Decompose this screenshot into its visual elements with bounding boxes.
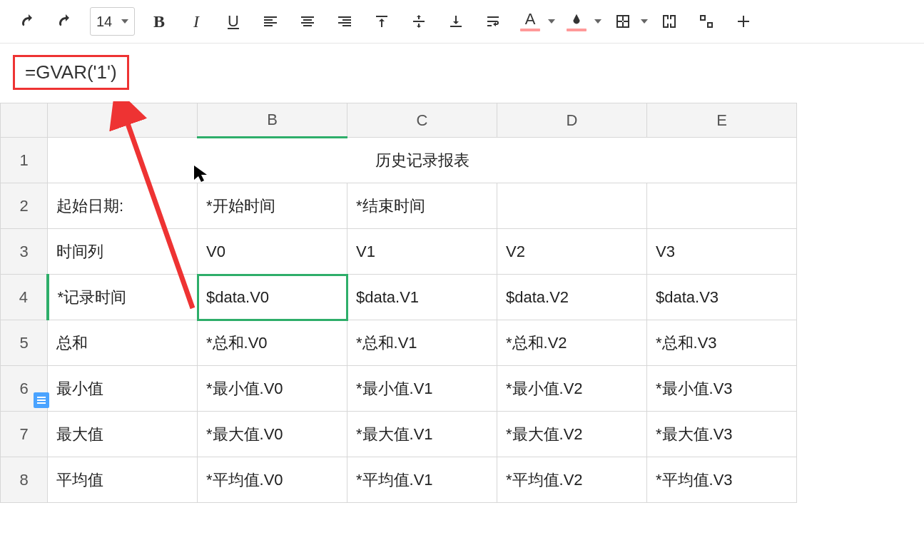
font-color-swatch bbox=[520, 29, 540, 31]
font-color-icon: A bbox=[525, 11, 536, 27]
row-head-5[interactable]: 5 bbox=[1, 320, 48, 366]
table-row: 3 时间列 V0 V1 V2 V3 bbox=[1, 229, 797, 275]
fill-color-icon bbox=[569, 11, 584, 27]
merge-cells-icon bbox=[661, 13, 678, 30]
toolbar: 14 B I U A bbox=[0, 0, 924, 44]
cell-B8[interactable]: *平均值.V0 bbox=[198, 457, 347, 503]
redo-button[interactable] bbox=[50, 6, 81, 37]
col-head-B[interactable]: B bbox=[198, 103, 347, 138]
cell-E3[interactable]: V3 bbox=[647, 229, 797, 275]
valign-middle-button[interactable] bbox=[403, 6, 435, 37]
cell-A3[interactable]: 时间列 bbox=[48, 229, 198, 275]
chevron-down-icon[interactable] bbox=[548, 19, 555, 24]
unmerge-cells-icon bbox=[698, 13, 715, 30]
row-head-1[interactable]: 1 bbox=[1, 138, 48, 183]
cell-B5[interactable]: *总和.V0 bbox=[198, 320, 347, 366]
row-head-4[interactable]: 4 bbox=[1, 275, 48, 320]
valign-top-button[interactable] bbox=[366, 6, 397, 37]
row-head-7[interactable]: 7 bbox=[1, 412, 48, 457]
align-left-button[interactable] bbox=[255, 6, 286, 37]
chevron-down-icon[interactable] bbox=[641, 19, 648, 24]
cell-A5[interactable]: 总和 bbox=[48, 320, 198, 366]
cell-D5[interactable]: *总和.V2 bbox=[497, 320, 647, 366]
plus-icon bbox=[735, 13, 752, 30]
col-head-E[interactable]: E bbox=[647, 103, 797, 138]
cell-B3[interactable]: V0 bbox=[198, 229, 347, 275]
align-center-icon bbox=[299, 13, 316, 30]
font-size-value: 14 bbox=[96, 14, 119, 30]
redo-icon bbox=[57, 13, 74, 30]
row-head-2[interactable]: 2 bbox=[1, 183, 48, 229]
valign-middle-icon bbox=[410, 13, 427, 30]
cell-C6[interactable]: *最小值.V1 bbox=[347, 366, 497, 412]
valign-top-icon bbox=[373, 13, 390, 30]
row-head-3[interactable]: 3 bbox=[1, 229, 48, 275]
bold-button[interactable]: B bbox=[143, 6, 175, 37]
cell-A7[interactable]: 最大值 bbox=[48, 412, 198, 457]
title-cell[interactable]: 历史记录报表 bbox=[48, 138, 797, 183]
cell-B6[interactable]: *最小值.V0 bbox=[198, 366, 347, 412]
cell-C4[interactable]: $data.V1 bbox=[347, 275, 497, 320]
unmerge-cells-button[interactable] bbox=[691, 6, 722, 37]
table-row: 7 最大值 *最大值.V0 *最大值.V1 *最大值.V2 *最大值.V3 bbox=[1, 412, 797, 457]
font-color-button[interactable]: A bbox=[514, 6, 546, 37]
cell-C7[interactable]: *最大值.V1 bbox=[347, 412, 497, 457]
table-row: 1 历史记录报表 bbox=[1, 138, 797, 183]
valign-bottom-button[interactable] bbox=[440, 6, 472, 37]
cell-E8[interactable]: *平均值.V3 bbox=[647, 457, 797, 503]
cell-D8[interactable]: *平均值.V2 bbox=[497, 457, 647, 503]
fill-color-button[interactable] bbox=[561, 6, 592, 37]
cell-A4[interactable]: *记录时间 bbox=[48, 275, 198, 320]
cell-B7[interactable]: *最大值.V0 bbox=[198, 412, 347, 457]
wrap-text-button[interactable] bbox=[477, 6, 509, 37]
col-head-D[interactable]: D bbox=[497, 103, 647, 138]
cell-E5[interactable]: *总和.V3 bbox=[647, 320, 797, 366]
cell-D2[interactable] bbox=[497, 183, 647, 229]
cell-A8[interactable]: 平均值 bbox=[48, 457, 198, 503]
cell-A6[interactable]: 最小值 bbox=[48, 366, 198, 412]
align-right-button[interactable] bbox=[329, 6, 360, 37]
table-row: 8 平均值 *平均值.V0 *平均值.V1 *平均值.V2 *平均值.V3 bbox=[1, 457, 797, 503]
select-all-corner[interactable] bbox=[1, 103, 48, 138]
chevron-down-icon bbox=[121, 19, 128, 24]
cell-C2[interactable]: *结束时间 bbox=[347, 183, 497, 229]
col-head-A[interactable]: A bbox=[48, 103, 198, 138]
fill-color-swatch bbox=[567, 29, 587, 31]
align-right-icon bbox=[336, 13, 353, 30]
cell-A2[interactable]: 起始日期: bbox=[48, 183, 198, 229]
formula-input[interactable]: =GVAR('1') bbox=[13, 55, 129, 90]
cell-D3[interactable]: V2 bbox=[497, 229, 647, 275]
cell-B2[interactable]: *开始时间 bbox=[198, 183, 347, 229]
cell-D4[interactable]: $data.V2 bbox=[497, 275, 647, 320]
undo-button[interactable] bbox=[13, 6, 44, 37]
cell-C8[interactable]: *平均值.V1 bbox=[347, 457, 497, 503]
align-center-button[interactable] bbox=[292, 6, 323, 37]
valign-bottom-icon bbox=[447, 13, 464, 30]
add-button[interactable] bbox=[728, 6, 759, 37]
cell-D7[interactable]: *最大值.V2 bbox=[497, 412, 647, 457]
cell-D6[interactable]: *最小值.V2 bbox=[497, 366, 647, 412]
spreadsheet: A B C D E 1 历史记录报表 2 起始日期: *开始时间 *结束时间 3 bbox=[0, 103, 924, 503]
table-row: 5 总和 *总和.V0 *总和.V1 *总和.V2 *总和.V3 bbox=[1, 320, 797, 366]
table-row: 4 *记录时间 $data.V0 $data.V1 $data.V2 $data… bbox=[1, 275, 797, 320]
cell-E2[interactable] bbox=[647, 183, 797, 229]
undo-icon bbox=[20, 13, 37, 30]
merge-cells-button[interactable] bbox=[654, 6, 685, 37]
underline-button[interactable]: U bbox=[218, 6, 249, 37]
cell-C3[interactable]: V1 bbox=[347, 229, 497, 275]
list-row-marker-icon[interactable] bbox=[34, 392, 49, 408]
cell-C5[interactable]: *总和.V1 bbox=[347, 320, 497, 366]
font-size-select[interactable]: 14 bbox=[90, 7, 135, 36]
cell-E7[interactable]: *最大值.V3 bbox=[647, 412, 797, 457]
cell-B4[interactable]: $data.V0 bbox=[198, 275, 347, 320]
row-head-8[interactable]: 8 bbox=[1, 457, 48, 503]
borders-button[interactable] bbox=[607, 6, 639, 37]
col-head-C[interactable]: C bbox=[347, 103, 497, 138]
chevron-down-icon[interactable] bbox=[594, 19, 601, 24]
cell-E4[interactable]: $data.V3 bbox=[647, 275, 797, 320]
table-row: 2 起始日期: *开始时间 *结束时间 bbox=[1, 183, 797, 229]
cell-E6[interactable]: *最小值.V3 bbox=[647, 366, 797, 412]
borders-icon bbox=[614, 13, 631, 30]
formula-bar: =GVAR('1') bbox=[0, 44, 924, 97]
italic-button[interactable]: I bbox=[181, 6, 212, 37]
